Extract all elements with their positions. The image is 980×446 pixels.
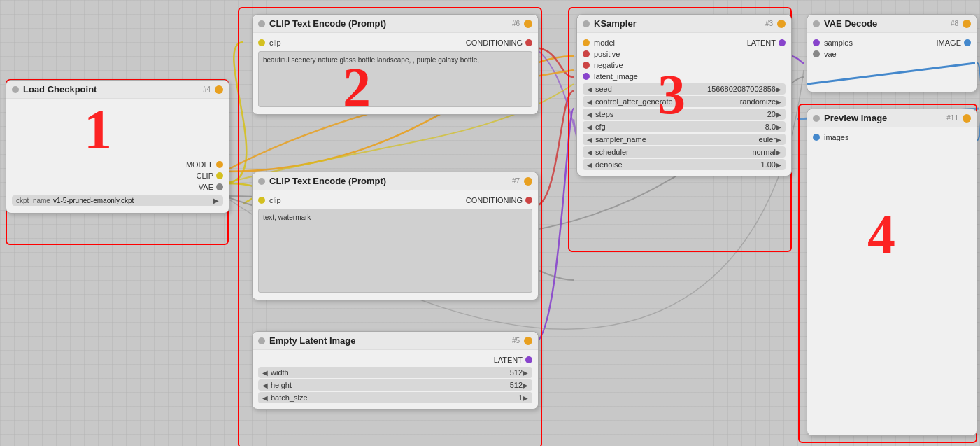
batch-size-param[interactable]: ◀ batch_size 1 ▶ — [258, 392, 532, 403]
seed-arrow-left[interactable]: ◀ — [587, 85, 592, 93]
height-param[interactable]: ◀ height 512 ▶ — [258, 379, 532, 391]
vae-decode-title: VAE Decode — [824, 18, 946, 29]
latent-ks-output-dot — [779, 39, 786, 46]
clip-encode-1-badge — [524, 20, 532, 28]
cfg-arrow-left[interactable]: ◀ — [587, 123, 592, 131]
batch-label: batch_size — [268, 393, 518, 402]
cfg-label: cfg — [592, 123, 765, 131]
clip-encode-2-id: #7 — [512, 177, 520, 185]
clip-encode-1-prompt[interactable]: beautiful scenery nature glass bottle la… — [258, 51, 532, 107]
positive-input-dot — [583, 50, 590, 57]
conditioning-1-output-label: CONDITIONING — [466, 39, 523, 47]
sampler-name-param[interactable]: ◀ sampler_name euler ▶ — [583, 134, 786, 145]
load-checkpoint-title: Load Checkpoint — [23, 84, 199, 95]
seed-label: seed — [592, 85, 707, 93]
ksampler-body: model LATENT positive negative latent_im… — [577, 33, 791, 176]
control-after-param[interactable]: ◀ control_after_generate randomize ▶ — [583, 96, 786, 107]
ckpt-row[interactable]: ckpt_name v1-5-pruned-emaonly.ckpt ▶ — [12, 195, 223, 206]
preview-image-header: Preview Image #11 — [807, 109, 977, 127]
width-arrow-left[interactable]: ◀ — [262, 369, 268, 377]
scheduler-value: normal — [752, 148, 776, 156]
latent-image-input-dot — [583, 73, 590, 80]
denoise-label: denoise — [592, 160, 761, 169]
image-output-label: IMAGE — [937, 39, 961, 47]
load-checkpoint-header: Load Checkpoint #4 — [6, 81, 229, 99]
sampler-arrow-right[interactable]: ▶ — [776, 136, 781, 144]
vae-output-row: VAE — [6, 181, 229, 193]
clip-encode-1-title: CLIP Text Encode (Prompt) — [269, 18, 508, 29]
preview-image-body: images — [807, 127, 977, 413]
clip-encode-2-body: clip CONDITIONING text, watermark — [253, 190, 538, 300]
control-after-arrow-left[interactable]: ◀ — [587, 98, 592, 106]
vae-decode-line — [807, 60, 975, 88]
ksampler-id: #3 — [765, 20, 773, 27]
denoise-value: 1.00 — [761, 160, 776, 169]
load-checkpoint-node: Load Checkpoint #4 MODEL CLIP VAE ckpt_n… — [6, 80, 229, 214]
vae-decode-node: VAE Decode #8 samples IMAGE vae — [807, 14, 977, 92]
clip-2-input-dot — [258, 197, 265, 204]
clip-1-input-dot — [258, 39, 265, 46]
conditioning-1-output-dot — [525, 39, 532, 46]
steps-arrow-left[interactable]: ◀ — [587, 111, 592, 118]
positive-input-label: positive — [594, 50, 786, 58]
width-param[interactable]: ◀ width 512 ▶ — [258, 367, 532, 378]
sampler-name-value: euler — [759, 135, 776, 144]
ksampler-title: KSampler — [594, 18, 761, 29]
steps-value: 20 — [767, 110, 776, 118]
latent-output-row: LATENT — [253, 354, 538, 365]
vae-decode-body: samples IMAGE vae — [807, 33, 977, 92]
ckpt-arrow-icon[interactable]: ▶ — [213, 197, 219, 204]
batch-arrow-left[interactable]: ◀ — [262, 394, 268, 402]
steps-arrow-right[interactable]: ▶ — [776, 111, 781, 118]
vae-decode-id: #8 — [951, 20, 958, 27]
vae-decode-badge — [963, 20, 971, 28]
clip-1-input-label: clip — [269, 39, 466, 47]
latent-image-input-row: latent_image — [577, 71, 791, 82]
ksampler-header: KSampler #3 — [577, 15, 791, 33]
scheduler-arrow-left[interactable]: ◀ — [587, 148, 592, 156]
conditioning-2-output-dot — [525, 197, 532, 204]
empty-latent-id: #5 — [512, 337, 520, 344]
clip-1-input-row: clip CONDITIONING — [253, 37, 538, 48]
clip-encode-1-id: #6 — [512, 20, 520, 27]
scheduler-arrow-right[interactable]: ▶ — [776, 148, 781, 156]
height-arrow-left[interactable]: ◀ — [262, 382, 268, 389]
cfg-arrow-right[interactable]: ▶ — [776, 123, 781, 131]
svg-line-1 — [807, 63, 975, 84]
vae-decode-header: VAE Decode #8 — [807, 15, 977, 33]
scheduler-param[interactable]: ◀ scheduler normal ▶ — [583, 146, 786, 158]
sampler-arrow-left[interactable]: ◀ — [587, 136, 592, 144]
node-indicator-5 — [258, 337, 265, 344]
latent-output-label: LATENT — [494, 356, 523, 364]
preview-image-node: Preview Image #11 images — [807, 109, 977, 436]
seed-arrow-right[interactable]: ▶ — [776, 85, 781, 93]
conditioning-2-output-label: CONDITIONING — [466, 196, 523, 204]
height-label: height — [268, 381, 510, 389]
clip-encode-2-prompt[interactable]: text, watermark — [258, 209, 532, 293]
model-input-dot — [583, 39, 590, 46]
cfg-param[interactable]: ◀ cfg 8.0 ▶ — [583, 121, 786, 132]
seed-param[interactable]: ◀ seed 1566802087002856 ▶ — [583, 83, 786, 95]
cfg-value: 8.0 — [765, 123, 776, 131]
denoise-param[interactable]: ◀ denoise 1.00 ▶ — [583, 159, 786, 170]
seed-value: 1566802087002856 — [707, 85, 776, 93]
control-after-arrow-right[interactable]: ▶ — [776, 98, 781, 106]
width-arrow-right[interactable]: ▶ — [523, 369, 528, 377]
sampler-name-label: sampler_name — [592, 135, 759, 144]
empty-latent-title: Empty Latent Image — [269, 335, 508, 346]
node-indicator-2b — [258, 178, 265, 185]
clip-encode-2-title: CLIP Text Encode (Prompt) — [269, 176, 508, 186]
clip-encode-1-body: clip CONDITIONING beautiful scenery natu… — [253, 33, 538, 114]
load-checkpoint-id: #4 — [203, 85, 211, 93]
preview-image-id: #11 — [946, 114, 958, 122]
denoise-arrow-left[interactable]: ◀ — [587, 161, 592, 169]
height-arrow-right[interactable]: ▶ — [523, 382, 528, 389]
steps-param[interactable]: ◀ steps 20 ▶ — [583, 109, 786, 120]
model-output-dot — [216, 161, 223, 168]
clip-2-input-row: clip CONDITIONING — [253, 195, 538, 206]
node-indicator-11 — [813, 115, 820, 122]
control-after-label: control_after_generate — [592, 97, 740, 106]
denoise-arrow-right[interactable]: ▶ — [776, 161, 781, 169]
empty-latent-node: Empty Latent Image #5 LATENT ◀ width 512… — [252, 331, 539, 410]
batch-arrow-right[interactable]: ▶ — [523, 394, 528, 402]
